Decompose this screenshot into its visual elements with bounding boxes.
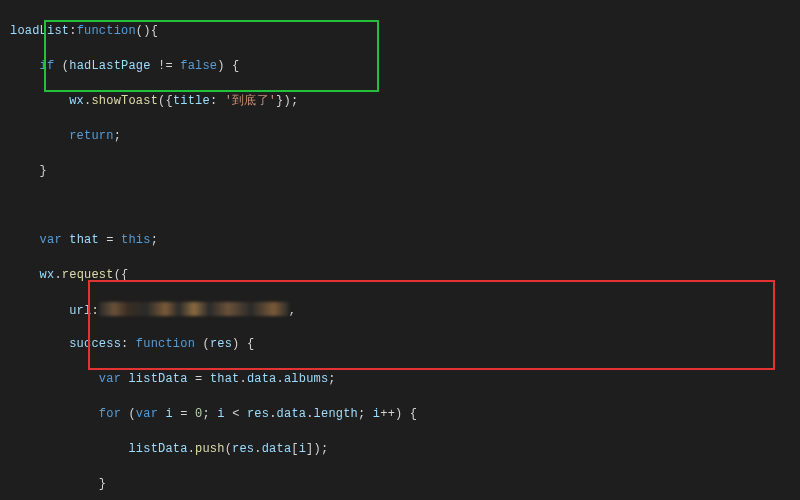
code-line: wx.showToast({title: '到底了'}); [10, 93, 790, 110]
code-editor: loadList:function(){ if (hadLastPage != … [0, 0, 800, 500]
code-line: listData.push(res.data[i]); [10, 441, 790, 458]
code-line: return; [10, 128, 790, 145]
code-line: for (var i = 0; i < res.data.length; i++… [10, 406, 790, 423]
code-line: } [10, 476, 790, 493]
code-line: var listData = that.data.albums; [10, 371, 790, 388]
code-line: } [10, 163, 790, 180]
highlight-box-green [44, 20, 379, 92]
highlight-box-red [88, 280, 775, 370]
code-line: var that = this; [10, 232, 790, 249]
code-line [10, 197, 790, 214]
